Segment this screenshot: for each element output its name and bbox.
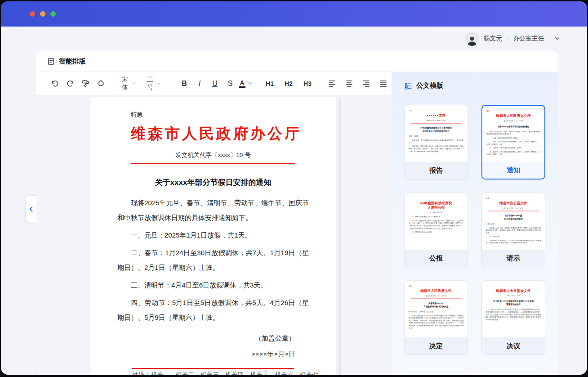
italic-button[interactable]: I: [193, 77, 206, 90]
template-card-报告[interactable]: 特急 ××××××文件 发文机关代字〔xxxx〕10 号 ××市质量技术监督局关…: [404, 105, 468, 180]
font-size-value: 三号: [147, 76, 155, 92]
document-title[interactable]: 关于xxxx年部分节假日安排的通知: [117, 177, 309, 188]
thumb-body: ××县人武部： 根据县人武部《20××年度民兵军事训练要求》的要求，结合我县民兵…: [486, 223, 541, 244]
smart-typesetting-panel: 智能排版: [35, 51, 558, 375]
red-divider-line: [131, 163, 295, 164]
align-justify-button[interactable]: [376, 77, 390, 90]
user-avatar[interactable]: [465, 31, 479, 46]
font-color-button[interactable]: A: [239, 77, 252, 90]
template-thumbnail: 特急 维森市办公室文件 发文机关代字〔××××〕10 号 关于开展××××年度 …: [482, 193, 545, 250]
thumb-heading: ××市质量技术监督局关于加强我市 特种设备安全监管建议的报告: [409, 126, 463, 133]
template-panel-title: 公文模版: [416, 81, 443, 90]
font-size-select[interactable]: 三号: [143, 77, 164, 90]
sidebar-collapse-tab[interactable]: [25, 195, 36, 223]
thumb-body: 现将2020年元旦、春节、清明节、劳动节、端午节、国庆节和中秋节放假调休日期的具…: [486, 130, 540, 156]
issuing-agency-title[interactable]: 维森市人民政府办公厅: [131, 124, 295, 144]
heading-3-button[interactable]: H3: [301, 77, 314, 90]
template-panel-header: 公文模版: [404, 81, 545, 90]
undo-icon: [51, 79, 59, 88]
app-window: 杨文元 | 办公室主任 智能排版: [1, 1, 587, 375]
thumb-paragraph: ××县人武部：: [486, 223, 541, 225]
template-card-partial[interactable]: [481, 374, 545, 375]
thumb-paragraph: 根据我局《关于加强我市特种设备安全监管建议的报告》，呈送市领导。: [409, 139, 463, 144]
template-label: 请示: [482, 250, 545, 267]
template-card-请示[interactable]: 特急 维森市办公室文件 发文机关代字〔××××〕10 号 关于开展××××年度 …: [481, 193, 545, 267]
template-card-决定[interactable]: 特急 维森市人民政府文件 发文机关代字〔××××〕10 号 关于表彰××××年 …: [404, 280, 468, 355]
thumb-red-title: ××××××文件: [409, 113, 463, 118]
chevron-down-icon[interactable]: [555, 37, 559, 40]
doc-paragraph[interactable]: 二、春节：1月24日至30日放假调休，共7天。1月19日（星期日）、2月1日（星…: [117, 245, 309, 275]
template-thumbnail: 特急 维森市人民政府办公厅 发文机关代字〔xxxx〕10 号 关于xxxx年部分…: [482, 106, 544, 162]
urgency-label[interactable]: 特急: [131, 111, 295, 119]
align-left-button[interactable]: [325, 77, 339, 90]
align-center-button[interactable]: [342, 77, 356, 90]
editor-area: 宋体 三号 B I U S A: [36, 72, 392, 375]
underline-button[interactable]: U: [208, 77, 222, 90]
thumb-urgency: 特急: [486, 110, 540, 112]
seal-note[interactable]: （加盖公章）: [117, 331, 309, 346]
traffic-lights: [30, 11, 56, 17]
font-family-select[interactable]: 宋体: [118, 77, 139, 90]
thumb-red-title: 维森市人民政府文件: [409, 289, 463, 293]
template-label: 决议: [482, 337, 545, 355]
align-left-icon: [328, 79, 336, 88]
thumb-doc-number: 发文机关代字〔××××〕10 号: [486, 207, 541, 209]
font-family-value: 宋体: [122, 76, 129, 92]
eraser-icon: [97, 79, 105, 88]
panel-title-row: 智能排版: [36, 51, 558, 72]
template-card-通知[interactable]: 特急 维森市人民政府办公厅 发文机关代字〔xxxx〕10 号 关于xxxx年部分…: [481, 105, 545, 180]
align-right-button[interactable]: [359, 77, 373, 90]
document-page[interactable]: 特急 维森市人民政府办公厅 发文机关代字〔xxxx〕10 号 关于xxxx年部分…: [90, 97, 336, 375]
doc-paragraph[interactable]: 现将2025年元旦、春节、清明节、劳动节、端午节、国庆节和中秋节放假调休日期的具…: [117, 195, 309, 225]
thumb-paragraph: 一、元旦：2020年1月1日放假，共1天。: [486, 137, 540, 139]
thumb-heading: 关于xxxx年部分节假日安排的通知: [486, 125, 540, 128]
minimize-window-button[interactable]: [40, 11, 45, 17]
strikethrough-button[interactable]: S: [223, 77, 237, 90]
page-title: 智能排版: [59, 57, 86, 66]
align-center-icon: [345, 79, 353, 88]
template-card-公报[interactable]: ××年全国科技经费投 入说明公报 ××××年××月××日 一、研究与试验发展（R…: [404, 193, 468, 267]
thumb-heading: 关于表彰××××年 工程建设科学技术奖的决定: [409, 302, 463, 308]
thumb-doc-number: 发文机关代字〔xxxx〕10 号: [409, 119, 463, 121]
maximize-window-button[interactable]: [50, 11, 56, 17]
heading-2-button[interactable]: H2: [282, 77, 295, 90]
thumb-doc-number: 发文机关代字〔××××〕10 号: [409, 295, 463, 297]
heading-1-button[interactable]: H1: [263, 77, 276, 90]
thumb-body: 市委、市政府： 根据我局《关于加强我市特种设备安全监管建议的报告》，呈送市领导。…: [409, 135, 463, 153]
doc-paragraph[interactable]: 三、清明节：4月4日至6日放假调休，共3天。: [117, 278, 309, 292]
cc-row[interactable]: 抄送：机关一、机关二、机关三、机关四、机关五、机关六、机关七: [132, 369, 294, 375]
thumb-paragraph: 四、劳动节：5月1日至5日放假调休，共5天。4月26日（星期日）、5月9日（星期…: [486, 151, 540, 156]
doc-paragraph[interactable]: 一、元旦：2025年1月1日放假，共1天。: [117, 228, 309, 242]
thumb-paragraph: 一、指导思想: [486, 235, 541, 238]
bold-button[interactable]: B: [178, 77, 191, 90]
eraser-button[interactable]: [94, 77, 107, 90]
undo-button[interactable]: [48, 77, 62, 90]
user-header: 杨文元 | 办公室主任: [1, 27, 587, 51]
thumb-paragraph: 为深入贯彻落实×××××关于科技创新的重要思想，不断推动工程建设企业实现高质量发…: [409, 314, 463, 330]
doc-paragraph[interactable]: 四、劳动节：5月1日至5日放假调休，共5天。4月26日（星期日）、5月9日（星期…: [117, 295, 309, 325]
user-separator: |: [507, 36, 508, 42]
user-name[interactable]: 杨文元: [484, 35, 503, 43]
document-date[interactable]: ××××年×月×日: [117, 346, 309, 361]
template-card-partial[interactable]: [404, 374, 468, 375]
thumb-urgency: 特急: [409, 285, 463, 287]
chevron-left-icon: [29, 206, 33, 212]
thumb-paragraph: 一、研究与试验发展（R&D）经费情况: [409, 215, 463, 218]
thumb-body: 各有关协会、管理单位、会员企业： 为深入贯彻落实×××××关于科技创新的重要思想…: [409, 310, 463, 329]
thumb-paragraph: 各有关协会、管理单位、会员企业：: [409, 310, 463, 313]
document-number[interactable]: 发文机关代字〔xxxx〕10 号: [131, 151, 295, 159]
thumb-red-line: [411, 123, 462, 124]
thumb-paragraph: ××县第十八届人大常委会财经工作委员会，对县财政局局长×××受县人民政府委托所作…: [486, 308, 541, 321]
template-label: 决定: [405, 337, 468, 355]
format-painter-button[interactable]: [79, 77, 92, 90]
close-window-button[interactable]: [30, 11, 35, 17]
template-card-决议[interactable]: 维森市人大常委会文件 ××× 〔××××〕 ×号 关于批准××××年县级财政决算…: [481, 280, 545, 355]
redo-button[interactable]: [63, 77, 77, 90]
editor-scrollbar[interactable]: [339, 99, 341, 375]
thumb-paragraph: 二、春节：1月24日至30日放假调休，共7天。1月19日（星期日）、2月1日（星…: [486, 140, 540, 145]
chevron-down-icon: [133, 82, 135, 85]
template-thumbnail: 特急 维森市人民政府文件 发文机关代字〔××××〕10 号 关于表彰××××年 …: [405, 281, 468, 337]
redo-icon: [66, 79, 75, 88]
thumb-red-title: 维森市人大常委会文件: [486, 288, 541, 293]
template-thumbnail: 特急 ××××××文件 发文机关代字〔xxxx〕10 号 ××市质量技术监督局关…: [405, 105, 468, 162]
